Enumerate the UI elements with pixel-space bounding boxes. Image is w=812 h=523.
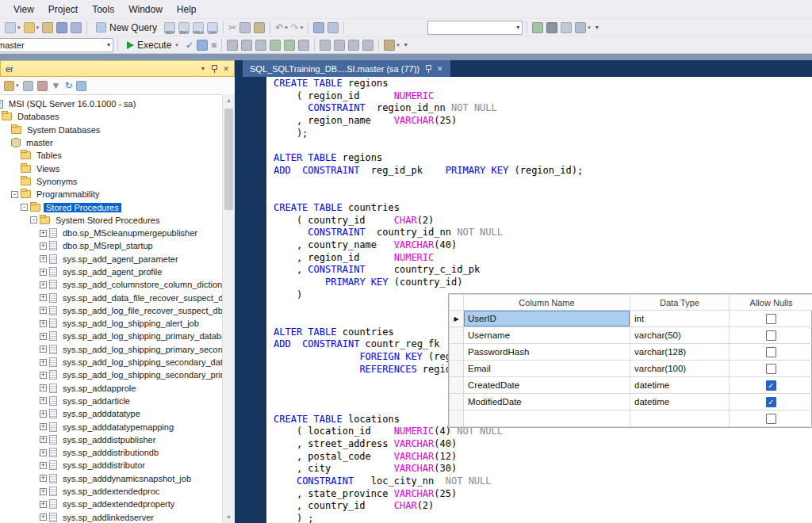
results-to-file-icon[interactable] [255, 39, 267, 52]
paste-icon[interactable] [253, 21, 266, 34]
expand-icon[interactable]: + [40, 320, 47, 327]
expand-icon[interactable]: + [40, 501, 47, 508]
tree-item[interactable]: -System Stored Procedures [30, 214, 223, 227]
data-type-cell[interactable]: datetime [630, 394, 730, 410]
expand-icon[interactable]: + [40, 513, 47, 521]
expand-icon[interactable]: + [40, 462, 47, 469]
tree-item-label[interactable]: dbo.sp_MSrepl_startup [60, 241, 155, 250]
new-file-icon[interactable]: ▾ [4, 21, 21, 34]
expand-icon[interactable]: + [40, 230, 47, 237]
tree-item[interactable]: Synonyms [11, 175, 223, 188]
tree-item-label[interactable]: Programmability [34, 189, 102, 199]
tree-item[interactable]: +sys.sp_adddistributor [40, 459, 223, 471]
scrollbar-thumb[interactable] [224, 109, 233, 210]
tree-item-label[interactable]: sys.sp_add_log_shipping_primary_database [60, 331, 223, 341]
data-type-cell[interactable]: varchar(128) [630, 344, 730, 361]
editor-tab[interactable]: SQL_SQLTraining_DB....SI.master (sa (77)… [243, 60, 450, 77]
actual-plan-icon[interactable] [283, 39, 296, 52]
tree-item[interactable]: +sys.sp_adddistributiondb [40, 446, 223, 459]
undo-icon[interactable]: ↶▾ [274, 21, 289, 34]
tree-item-label[interactable]: sys.sp_addextendedproc [60, 487, 162, 496]
uncomment-icon[interactable] [333, 39, 346, 52]
activity-monitor-icon[interactable] [75, 80, 87, 92]
allow-nulls-checkbox[interactable] [766, 414, 776, 424]
menu-tools[interactable]: Tools [85, 2, 121, 17]
tree-item[interactable]: +sys.sp_addarticle [40, 395, 223, 407]
redo-icon[interactable]: ↷▾ [290, 21, 304, 34]
chevron-down-icon[interactable]: ▾ [107, 41, 110, 48]
scroll-down-icon[interactable]: ▼ [223, 511, 235, 523]
expand-icon[interactable]: + [40, 449, 47, 456]
tree-item-label[interactable]: sys.sp_adddatatypemapping [60, 422, 176, 432]
tab-pin-icon[interactable] [425, 65, 431, 73]
expand-icon[interactable]: + [40, 242, 47, 250]
add-item-icon[interactable] [41, 21, 54, 34]
save-all-icon[interactable] [70, 21, 82, 34]
tree-item[interactable]: +sys.sp_addextendedproperty [40, 498, 223, 510]
expand-icon[interactable]: + [40, 307, 47, 314]
scroll-up-icon[interactable]: ▲ [223, 94, 235, 106]
tree-item-label[interactable]: Synonyms [34, 177, 79, 186]
screenshot-icon[interactable]: ▾ [574, 21, 592, 34]
cut-icon[interactable]: ✂ [228, 21, 237, 34]
xmla-query-icon[interactable]: XMLA [192, 21, 205, 34]
find-icon[interactable] [312, 21, 325, 34]
tree-item-label[interactable]: sys.sp_addarticle [60, 396, 132, 406]
close-icon[interactable]: ✕ [223, 65, 229, 73]
tab-close-icon[interactable]: ✕ [437, 65, 443, 73]
dmx-query-icon[interactable]: DMX [178, 21, 190, 34]
query-designer-icon[interactable] [546, 21, 558, 34]
column-name-cell[interactable]: ModifiedDate [464, 394, 630, 410]
tree-item-label[interactable]: sys.sp_add_data_file_recover_suspect_db [60, 293, 223, 303]
execution-plan-icon[interactable] [531, 21, 544, 34]
debug-icon[interactable] [196, 39, 209, 52]
tree-item[interactable]: +sys.sp_add_agent_profile [40, 265, 223, 278]
tree-item-label[interactable]: sys.sp_adddynamicsnapshot_job [60, 474, 193, 483]
allow-nulls-checkbox[interactable] [766, 330, 776, 341]
tree-item[interactable]: +sys.sp_add_log_shipping_primary_seconda… [40, 343, 223, 356]
tree-item[interactable]: +sys.sp_add_agent_parameter [40, 253, 223, 265]
tree-item[interactable]: +sys.sp_addapprole [40, 382, 223, 395]
tree-item[interactable]: +sys.sp_add_data_file_recover_suspect_db [40, 291, 223, 303]
row-selector-cell[interactable] [450, 377, 464, 394]
tree-item-label[interactable]: sys.sp_adddistributor [60, 460, 147, 470]
tree-item-label[interactable]: Stored Procedures [44, 203, 121, 212]
navigate-icon[interactable] [327, 21, 339, 34]
connect-icon[interactable]: ▾ [3, 80, 20, 92]
data-type-cell[interactable]: int [630, 311, 730, 327]
tree-item[interactable]: +sys.sp_add_log_shipping_secondary_prima… [40, 368, 223, 381]
column-name-cell[interactable]: Username [464, 327, 630, 344]
tree-item-label[interactable]: sys.sp_adddistpublisher [60, 435, 158, 445]
tree-item[interactable]: MSI (SQL Server 16.0.1000 - sa) [0, 97, 223, 110]
menu-window[interactable]: Window [121, 2, 170, 17]
sqlcmd-mode-icon[interactable]: ▾ [383, 39, 400, 52]
tree-item-label[interactable]: sys.sp_add_log_shipping_alert_job [60, 319, 201, 328]
tree-item-label[interactable]: Views [34, 164, 62, 174]
expand-icon[interactable]: + [40, 359, 47, 366]
copy-icon[interactable] [239, 21, 251, 34]
save-icon[interactable] [56, 21, 68, 34]
properties-window-icon[interactable] [560, 21, 573, 34]
tree-item[interactable]: System Databases [2, 124, 223, 136]
expand-icon[interactable]: + [40, 372, 47, 379]
tree-item[interactable]: +sys.sp_addextendedproc [40, 485, 223, 498]
tree-item[interactable]: +dbo.sp_MSrepl_startup [40, 239, 223, 252]
tree-item-label[interactable]: dbo.sp_MScleanupmergepublisher [60, 228, 200, 238]
tree-item[interactable]: -Programmability [11, 188, 223, 200]
menu-project[interactable]: Project [41, 2, 85, 17]
results-to-grid-icon[interactable] [240, 39, 253, 52]
expand-icon[interactable]: + [40, 255, 47, 262]
tree-item-label[interactable]: System Stored Procedures [53, 216, 162, 225]
tree-item-label[interactable]: sys.sp_adddistributiondb [60, 448, 161, 457]
expand-icon[interactable]: + [40, 410, 47, 418]
tree-item[interactable]: +sys.sp_adddistpublisher [40, 433, 223, 446]
tree-item-label[interactable]: sys.sp_addextendedproperty [60, 499, 177, 509]
new-query-button[interactable]: New Query [91, 21, 162, 34]
column-name-cell[interactable]: UserID [464, 311, 630, 327]
tree-item-label[interactable]: Databases [15, 112, 62, 121]
find-combo[interactable]: ▾ [427, 21, 523, 35]
tree-item-label[interactable]: sys.sp_addapprole [60, 384, 138, 393]
allow-nulls-checkbox[interactable] [766, 314, 776, 324]
toolbar-overflow-icon[interactable]: ▾ [593, 24, 601, 31]
disconnect-icon[interactable] [22, 80, 34, 92]
